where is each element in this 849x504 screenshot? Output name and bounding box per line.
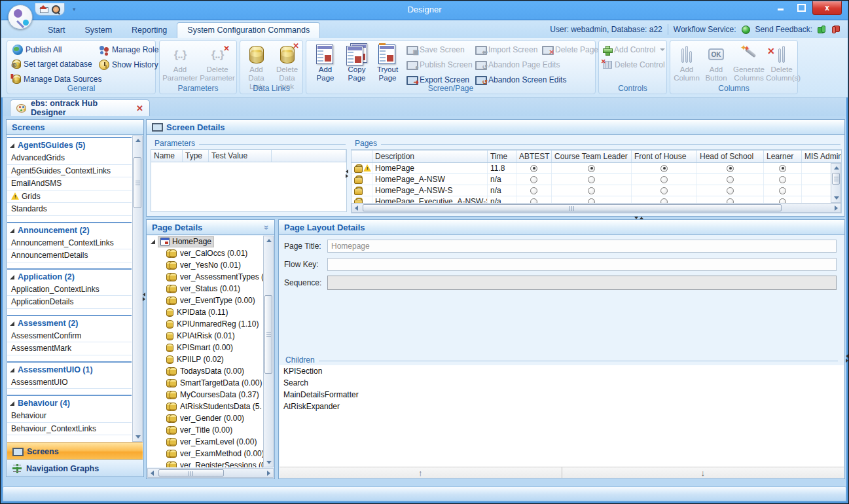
move-up-button[interactable]: ↑: [280, 467, 562, 478]
page-description-cell[interactable]: HomePage_A-NSW: [372, 174, 488, 185]
delete-control-button[interactable]: ✕ Delete Control: [603, 60, 665, 69]
navigation-graphs-footer-button[interactable]: Navigation Graphs: [7, 459, 143, 477]
scroll-right-icon[interactable]: [835, 206, 838, 211]
abandon-screen-edits-button[interactable]: ↺ Abandon Screen Edits: [475, 75, 566, 84]
flow-key-input[interactable]: [327, 258, 837, 271]
tree-node[interactable]: ver_EventType (0.00): [147, 295, 263, 306]
column-header-front-of-house[interactable]: Front of House: [632, 151, 697, 162]
tree-node[interactable]: ver_CalOccs (0.01): [147, 247, 263, 259]
column-header-test-value[interactable]: Test Value: [209, 150, 272, 162]
tree-node[interactable]: ver_RegisterSessions (0: [147, 459, 263, 467]
tree-node[interactable]: ver_Status (0.01): [147, 283, 263, 295]
screen-item[interactable]: Agent5Guides_ContextLinks: [7, 165, 132, 178]
pages-table-row[interactable]: HomePage_A-NSW n/a: [352, 174, 841, 185]
role-radio[interactable]: [530, 165, 537, 172]
screen-group-header[interactable]: Agent5Guides (5): [7, 137, 132, 152]
manage-roles-button[interactable]: Manage Roles: [99, 45, 162, 55]
scroll-down-icon[interactable]: [135, 435, 141, 439]
tab-system-configuration-commands[interactable]: System Configuration Commands: [177, 22, 320, 38]
pages-table-row[interactable]: HomePage_A-NSW-S n/a: [352, 185, 841, 196]
app-menu-button[interactable]: [8, 5, 33, 29]
tree-node[interactable]: KPIUnmaredReg (1.10): [147, 318, 263, 330]
column-header-course-team-leader[interactable]: Course Team Leader: [552, 151, 632, 162]
scrollbar-thumb[interactable]: [158, 469, 224, 477]
child-item[interactable]: KPISection: [280, 365, 844, 377]
parameters-pages-splitter-handle[interactable]: [346, 170, 348, 178]
screen-item[interactable]: Announcement_ContextLinks: [7, 237, 132, 250]
tree-root-homepage[interactable]: HomePage: [147, 236, 263, 247]
save-screen-button[interactable]: ▣ Save Screen: [406, 45, 465, 54]
role-radio[interactable]: [660, 165, 668, 172]
column-header-description[interactable]: Description: [372, 151, 488, 162]
role-radio[interactable]: [660, 187, 668, 194]
tree-node[interactable]: KPIILP (0.02): [147, 353, 263, 365]
expander-icon[interactable]: [10, 401, 14, 406]
tree-node[interactable]: SmartTargetData (0.00): [147, 377, 263, 389]
tree-node[interactable]: MyCoursesData (0.37): [147, 389, 263, 401]
manage-data-sources-button[interactable]: ▮ Manage Data Sources: [12, 75, 101, 84]
column-header-time[interactable]: Time: [488, 151, 516, 162]
column-header-mis-administrator[interactable]: MIS Administrator: [802, 151, 842, 162]
thumbs-up-icon[interactable]: [818, 26, 826, 33]
role-radio[interactable]: [727, 165, 734, 172]
scroll-right-icon[interactable]: [267, 471, 270, 476]
scroll-left-icon[interactable]: [355, 206, 358, 211]
role-radio[interactable]: [779, 165, 786, 172]
document-tab-close-icon[interactable]: ✕: [136, 103, 143, 113]
page-details-horizontal-scrollbar[interactable]: [147, 468, 274, 478]
expander-icon[interactable]: [10, 321, 14, 326]
pages-horizontal-scrollbar[interactable]: [352, 203, 841, 213]
maximize-button[interactable]: [791, 1, 811, 14]
screen-group-header[interactable]: Announcement (2): [7, 222, 132, 237]
add-control-button[interactable]: Add Control: [603, 45, 665, 54]
collapse-chevron-icon[interactable]: »: [262, 225, 272, 229]
screen-item[interactable]: EmailAndSMS: [7, 177, 132, 190]
tree-node[interactable]: AtRiskStudentsData (5.: [147, 401, 263, 412]
column-header-type[interactable]: Type: [183, 150, 209, 162]
tree-node[interactable]: ver_AssessmentTypes (: [147, 271, 263, 283]
role-radio[interactable]: [779, 187, 786, 194]
screen-item[interactable]: AssessmentMark: [7, 342, 132, 355]
import-screen-button[interactable]: ⬅ Import Screen: [475, 45, 537, 54]
screen-group-header[interactable]: Behaviour (4): [7, 395, 132, 410]
scroll-up-icon[interactable]: [135, 139, 141, 142]
role-radio[interactable]: [588, 165, 595, 172]
add-parameter-button[interactable]: {..} Add Parameter: [162, 43, 198, 82]
column-header-learner[interactable]: Learner: [764, 151, 802, 162]
tab-system[interactable]: System: [75, 23, 122, 38]
sequence-input[interactable]: [327, 276, 837, 290]
screen-group-header[interactable]: AssessmentUIO (1): [7, 361, 132, 376]
role-radio[interactable]: [588, 176, 595, 183]
expander-icon[interactable]: [10, 275, 14, 279]
delete-parameter-button[interactable]: {..}✕ Delete Parameter: [200, 43, 235, 82]
document-tab[interactable]: ebs: ontrack Hub Designer ✕: [10, 99, 150, 116]
screen-item[interactable]: Application_ContextLinks: [7, 283, 132, 297]
scrollbar-thumb[interactable]: [134, 157, 141, 208]
screen-item[interactable]: AssessmentUIO: [7, 376, 132, 389]
horizontal-splitter-handle[interactable]: [634, 217, 643, 219]
expander-icon[interactable]: [10, 368, 14, 372]
screen-item[interactable]: AdvancedGrids: [7, 152, 132, 165]
show-history-button[interactable]: Show History: [99, 60, 158, 70]
tree-node[interactable]: ver_Title (0.00): [147, 424, 263, 436]
move-down-button[interactable]: ↓: [562, 467, 844, 478]
tree-node[interactable]: ver_ExamLevel (0.00): [147, 436, 263, 448]
scroll-up-icon[interactable]: [266, 239, 272, 242]
tree-node[interactable]: ver_ExamMethod (0.00): [147, 448, 263, 459]
tree-node[interactable]: ver_YesNo (0.01): [147, 259, 263, 271]
screen-item[interactable]: Behaviour_ContextLinks: [7, 423, 132, 436]
qat-dropdown-icon[interactable]: ▾: [73, 7, 76, 12]
expander-icon[interactable]: [10, 143, 14, 148]
scroll-down-icon[interactable]: [266, 461, 272, 464]
close-button[interactable]: x: [812, 1, 842, 15]
child-item[interactable]: AtRiskExpander: [280, 401, 844, 412]
role-radio[interactable]: [660, 176, 668, 183]
column-header-head-of-school[interactable]: Head of School: [697, 151, 764, 162]
scrollbar-thumb[interactable]: [363, 204, 782, 211]
find-user-icon[interactable]: [52, 5, 60, 14]
role-radio[interactable]: [530, 187, 537, 194]
delete-page-button[interactable]: ✕ Delete Page: [542, 45, 598, 54]
generate-columns-button[interactable]: Generate Columns: [731, 43, 767, 82]
page-description-cell[interactable]: HomePage_A-NSW-S: [372, 185, 488, 196]
scroll-down-icon[interactable]: [834, 196, 839, 200]
